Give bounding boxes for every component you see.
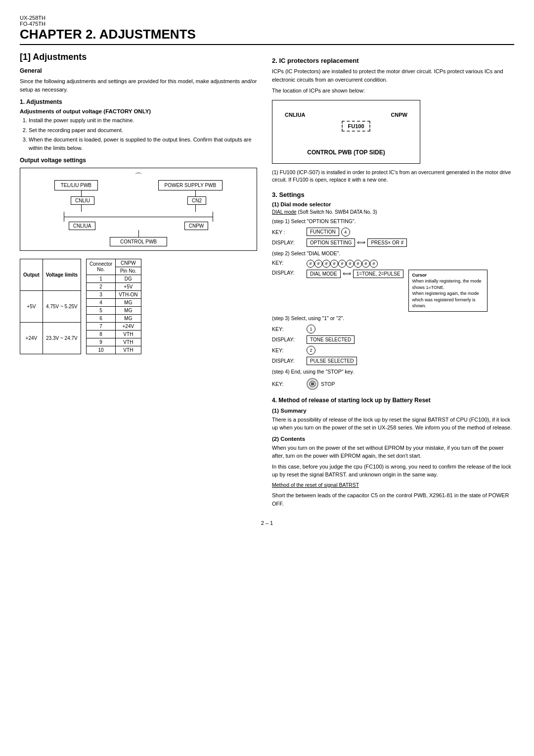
- pin6-val: MG: [116, 314, 141, 322]
- pin1-val: DG: [116, 275, 141, 283]
- cn2-label: CN2: [187, 196, 206, 205]
- step3-key1-row: KEY: 1: [272, 325, 514, 333]
- pin9: 9: [87, 338, 116, 346]
- tone-pulse-display: 1=TONE, 2=PULSE: [353, 270, 404, 278]
- connector-header: ConnectorNo.: [87, 259, 116, 275]
- pin7: 7: [87, 322, 116, 330]
- key-num-4: 4: [341, 228, 350, 236]
- step-1: Install the power supply unit in the mac…: [29, 116, 257, 125]
- ic-section: 2. IC protectors replacement ICPs (IC Pr…: [272, 57, 514, 184]
- adjustments-steps: Install the power supply unit in the mac…: [20, 116, 257, 152]
- row2-output: +24V: [20, 322, 43, 354]
- press-or-display: PRESS× OR #: [367, 238, 407, 247]
- step3-display1-row: DISPLAY: TONE SELECTED: [272, 335, 514, 344]
- settings-section: 3. Settings (1) Dial mode selector DIAL …: [272, 191, 514, 390]
- ic-note: (1) FU100 (ICP-S07) is installed in orde…: [272, 169, 514, 185]
- function-box: FUNCTION: [307, 228, 339, 236]
- step4-key-row: KEY: STOP: [272, 378, 514, 390]
- voltage-table: Output Voltage limits +5V 4.75V ~ 5.25V …: [20, 259, 81, 354]
- row2-voltage: 23.3V ~ 24.7V: [43, 322, 81, 354]
- power-supply-box: POWER SUPPLY PWB: [158, 180, 223, 190]
- ic-text1: ICPs (IC Protectors) are installed to pr…: [272, 67, 514, 84]
- pin2: 2: [87, 283, 116, 290]
- section1-title: [1] Adjustments: [20, 52, 257, 62]
- summary-section: (1) Summary There is a possibility of re…: [272, 408, 514, 432]
- dial-title: (1) Dial mode selector: [272, 201, 514, 207]
- general-label: General: [20, 67, 257, 74]
- row1-output: +5V: [20, 290, 43, 322]
- ic-cnliua: CNLIUA: [285, 112, 306, 118]
- tone-selected-display: TONE SELECTED: [307, 335, 355, 344]
- step1-key-row: KEY : FUNCTION 4: [272, 228, 514, 236]
- key-1: 1: [307, 325, 315, 333]
- adjustments-section: 1. Adjustments Adjustments of output vol…: [20, 98, 257, 152]
- pin8-val: VTH: [116, 330, 141, 338]
- step1-display-row: DISPLAY: OPTION SETTING ⟺ PRESS× OR #: [272, 238, 514, 247]
- chapter-title: CHAPTER 2. ADJUSTMENTS: [20, 27, 514, 45]
- step2-display-row: DISPLAY: DIAL MODE ⟺ 1=TONE, 2=PULSE Cur…: [272, 270, 514, 312]
- page-header: UX-258TH FO-475TH: [20, 15, 514, 27]
- ic-text2: The location of ICPs are shown below:: [272, 87, 514, 95]
- method-underline: Method of the reset of signal BATRST: [272, 481, 514, 489]
- summary-text: There is a possibility of release of the…: [272, 416, 514, 432]
- ic-cnpw: CNPW: [391, 112, 407, 118]
- svg-rect-1: [311, 382, 314, 385]
- settings-title: 3. Settings: [272, 191, 514, 198]
- row1-voltage: 4.75V ~ 5.25V: [43, 290, 81, 322]
- ic-title: 2. IC protectors replacement: [272, 57, 514, 64]
- pin3: 3: [87, 290, 116, 298]
- page-footer: 2 – 1: [20, 520, 514, 526]
- contents-section: (2) Contents When you turn on the power …: [272, 436, 514, 508]
- step2-key-row: KEY: # # # # # # # # #: [272, 260, 514, 268]
- step3-display2-row: DISPLAY: PULSE SELECTED: [272, 357, 514, 365]
- pin10: 10: [87, 346, 116, 354]
- step-3: When the document is loaded, power is su…: [29, 136, 257, 152]
- pin5: 5: [87, 306, 116, 314]
- pin-no-header: Pin No.: [116, 267, 141, 275]
- step3-key2-row: KEY: 2: [272, 346, 514, 355]
- pin8: 8: [87, 330, 116, 338]
- cursor-note: Cursor When initially registering, the m…: [408, 270, 488, 312]
- connector-table: ConnectorNo. CNPW Pin No. 1DG 2+5V 3VTH-…: [86, 259, 141, 354]
- stop-button-icon: [307, 378, 318, 390]
- header-line2: FO-475TH: [20, 21, 514, 27]
- pin9-val: VTH: [116, 338, 141, 346]
- control-pwb-right: CONTROL PWB (TOP SIDE): [307, 149, 385, 156]
- tel-liu-box: TEL/LIU PWB: [54, 180, 98, 190]
- footer-text: 2 – 1: [261, 520, 273, 526]
- dial-section: (1) Dial mode selector DIAL mode (Soft S…: [272, 201, 514, 390]
- pin4-val: MG: [116, 298, 141, 306]
- cnliu-label: CNLIU: [71, 196, 94, 205]
- section4: 4. Method of release of starting lock up…: [272, 397, 514, 508]
- pwb-diagram: ⌒ TEL/LIU PWB POWER SUPPLY PWB: [20, 168, 257, 251]
- pin6: 6: [87, 314, 116, 322]
- hash-keys: # # # # # # # # #: [307, 260, 378, 268]
- cnpw-header: CNPW: [116, 259, 141, 267]
- step1-text: (step 1) Select "OPTION SETTING".: [272, 218, 514, 226]
- cnpw-diagram-label: CNPW: [184, 222, 209, 230]
- section4-title: 4. Method of release of starting lock up…: [272, 397, 514, 404]
- adjustments-label: 1. Adjustments: [20, 98, 257, 105]
- pin4: 4: [87, 298, 116, 306]
- general-section: General Since the following adjustments …: [20, 67, 257, 94]
- key-2: 2: [307, 346, 315, 355]
- output-voltage-label: Output voltage settings: [20, 157, 257, 164]
- voltage-header: Voltage limits: [43, 259, 81, 290]
- output-header: Output: [20, 259, 43, 290]
- control-pwb-diagram: CONTROL PWB: [110, 237, 167, 246]
- stop-label: STOP: [321, 381, 335, 387]
- step2-text: (step 2) Select "DIAL MODE".: [272, 250, 514, 258]
- pin3-val: VTH-ON: [116, 290, 141, 298]
- dial-mode-display: DIAL MODE: [307, 270, 341, 278]
- pin2-val: +5V: [116, 283, 141, 290]
- cnliua-diagram-label: CNLIUA: [69, 222, 96, 230]
- output-voltage-section: Output voltage settings ⌒ TEL/LIU PWB PO…: [20, 157, 257, 358]
- right-column: 2. IC protectors replacement ICPs (IC Pr…: [272, 52, 514, 510]
- pin7-val: +24V: [116, 322, 141, 330]
- general-text: Since the following adjustments and sett…: [20, 77, 257, 94]
- contents-text2: In this case, before you judge the cpu (…: [272, 463, 514, 479]
- pin5-val: MG: [116, 306, 141, 314]
- left-column: [1] Adjustments General Since the follow…: [20, 52, 257, 510]
- pin1: 1: [87, 275, 116, 283]
- dial-soft-switch: DIAL mode (Soft Switch No. SWB4 DATA No.…: [272, 209, 514, 215]
